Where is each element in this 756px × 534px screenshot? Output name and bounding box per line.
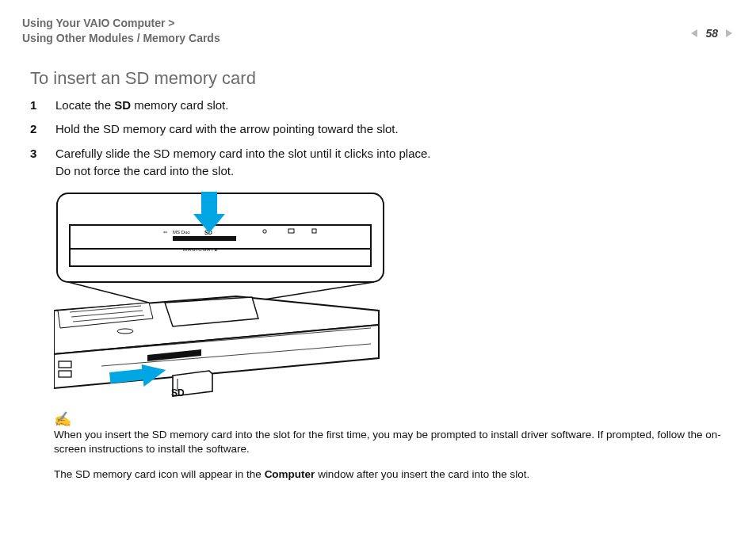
note-text: The SD memory card icon will appear in t… bbox=[54, 467, 726, 482]
note-text-part: When you insert the SD memory card into … bbox=[54, 429, 721, 455]
page: Using Your VAIO Computer Using Other Mod… bbox=[0, 0, 756, 534]
note-text: When you insert the SD memory card into … bbox=[54, 428, 726, 456]
svg-rect-9 bbox=[312, 229, 316, 233]
step-text: Locate the SD memory card slot. bbox=[55, 97, 734, 115]
section-title: To insert an SD memory card bbox=[30, 68, 734, 89]
step-number: 1 bbox=[30, 97, 41, 115]
laptop-front-view bbox=[54, 296, 379, 388]
insert-down-arrow-icon bbox=[193, 192, 225, 233]
note-block: ✍ When you insert the SD memory card int… bbox=[54, 412, 726, 483]
page-number: 58 bbox=[705, 27, 718, 40]
next-page-icon[interactable] bbox=[723, 28, 734, 39]
illustration: ⇔ MS Duo SD MAGICGATE bbox=[54, 192, 387, 398]
svg-text:⇔: ⇔ bbox=[163, 230, 167, 235]
step-text-part: Locate the bbox=[55, 98, 114, 112]
msduo-label: MS Duo bbox=[173, 230, 190, 235]
svg-rect-10 bbox=[201, 192, 217, 216]
svg-point-7 bbox=[263, 230, 266, 233]
svg-rect-22 bbox=[59, 361, 71, 368]
svg-rect-4 bbox=[70, 249, 371, 266]
pager: 58 bbox=[689, 27, 734, 40]
step-number: 3 bbox=[30, 145, 41, 181]
svg-line-12 bbox=[68, 282, 149, 303]
breadcrumb: Using Your VAIO Computer Using Other Mod… bbox=[22, 16, 220, 46]
note-icon: ✍ bbox=[54, 412, 726, 426]
step-number: 2 bbox=[30, 120, 41, 139]
note-text-bold: Computer bbox=[265, 468, 315, 480]
prev-page-icon[interactable] bbox=[689, 28, 701, 39]
svg-rect-5 bbox=[173, 236, 236, 241]
step-text-part: Hold the SD memory card with the arrow p… bbox=[55, 122, 399, 135]
step-item: 2 Hold the SD memory card with the arrow… bbox=[30, 120, 734, 139]
svg-marker-11 bbox=[193, 214, 225, 233]
step-item: 3 Carefully slide the SD memory card int… bbox=[30, 145, 734, 181]
breadcrumb-line-2: Using Other Modules / Memory Cards bbox=[22, 31, 220, 46]
svg-marker-1 bbox=[726, 29, 732, 37]
sd-card-label: SD bbox=[171, 387, 185, 398]
step-text: Carefully slide the SD memory card into … bbox=[55, 145, 734, 181]
step-text: Hold the SD memory card with the arrow p… bbox=[55, 120, 734, 139]
page-header: Using Your VAIO Computer Using Other Mod… bbox=[22, 16, 734, 46]
svg-rect-23 bbox=[59, 371, 71, 377]
breadcrumb-line-1: Using Your VAIO Computer bbox=[22, 16, 220, 31]
svg-marker-0 bbox=[691, 29, 697, 37]
step-text-bold: SD bbox=[114, 98, 131, 112]
magicgate-label: MAGICGATE bbox=[183, 247, 219, 252]
note-text-part: window after you insert the card into th… bbox=[315, 468, 529, 480]
step-item: 1 Locate the SD memory card slot. bbox=[30, 97, 734, 115]
content-body: To insert an SD memory card 1 Locate the… bbox=[22, 68, 734, 483]
svg-rect-8 bbox=[288, 229, 294, 233]
steps-list: 1 Locate the SD memory card slot. 2 Hold… bbox=[30, 97, 734, 181]
note-text-part: The SD memory card icon will appear in t… bbox=[54, 468, 265, 480]
step-text-part: Carefully slide the SD memory card into … bbox=[55, 147, 431, 160]
step-text-part: memory card slot. bbox=[131, 98, 228, 112]
step-text-part: Do not force the card into the slot. bbox=[55, 164, 234, 177]
